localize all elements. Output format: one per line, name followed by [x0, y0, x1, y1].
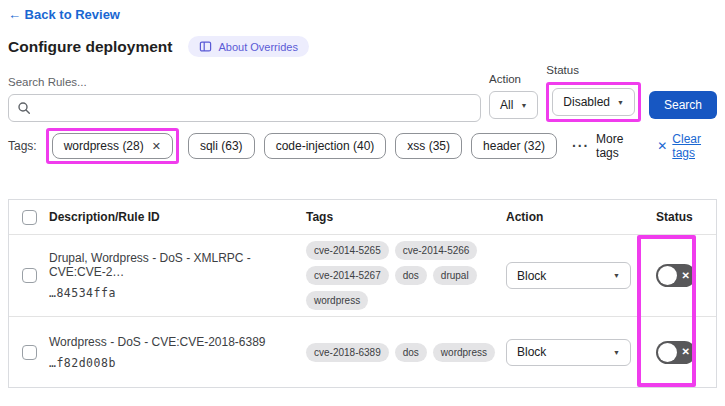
tag-pill: dos [395, 343, 427, 362]
select-all-checkbox[interactable] [22, 210, 37, 225]
about-overrides-label: About Overrides [218, 41, 297, 53]
table-header-row: Description/Rule ID Tags Action Status [9, 200, 716, 235]
book-icon [199, 40, 212, 53]
configure-deployment-page: ← Back to Review Configure deployment Ab… [0, 0, 725, 388]
action-dropdown-value: All [500, 98, 513, 112]
table-row: Wordpress - DoS - CVE:CVE-2018-6389 …f82… [9, 317, 716, 387]
tag-pill: cve-2014-5267 [306, 266, 389, 285]
status-filter: Status Disabled ▼ [546, 64, 641, 122]
row-checkbox[interactable] [22, 345, 37, 360]
action-label: Action [489, 73, 538, 85]
filters-row: Search Rules... Action All ▼ Status [8, 64, 717, 122]
rule-description: Drupal, Wordpress - DoS - XMLRPC - CVE:C… [49, 251, 292, 279]
table-row: Drupal, Wordpress - DoS - XMLRPC - CVE:C… [9, 235, 716, 317]
status-dropdown-value: Disabled [563, 95, 610, 109]
tag-pill: cve-2018-6389 [306, 343, 389, 362]
selected-tag-highlight: wordpress (28) ✕ [46, 128, 179, 164]
caret-down-icon: ▼ [613, 349, 620, 356]
back-to-review-link[interactable]: ← Back to Review [8, 7, 120, 22]
action-filter: Action All ▼ [489, 73, 538, 122]
tag-chip-header[interactable]: header (32) [471, 133, 557, 159]
more-tags-label: More tags [596, 132, 638, 160]
rule-description: Wordpress - DoS - CVE:CVE-2018-6389 [49, 335, 292, 349]
page-title: Configure deployment [8, 38, 172, 56]
tag-pill: cve-2014-5266 [395, 241, 478, 260]
toggle-off-icon: ✕ [682, 347, 690, 357]
ellipsis-icon: ··· [572, 138, 589, 154]
search-rules-field: Search Rules... [8, 76, 481, 122]
clear-tags-label: Clear tags [672, 132, 717, 160]
action-dropdown[interactable]: All ▼ [489, 91, 538, 119]
rules-table: Description/Rule ID Tags Action Status D… [8, 199, 717, 388]
about-overrides-badge[interactable]: About Overrides [188, 36, 308, 57]
search-button[interactable]: Search [649, 91, 717, 119]
tags-label: Tags: [8, 139, 37, 153]
toggle-knob [658, 266, 677, 285]
search-rules-input[interactable] [8, 94, 481, 122]
status-label: Status [546, 64, 641, 76]
row-checkbox[interactable] [22, 268, 37, 283]
toggle-knob [658, 343, 677, 362]
tag-pill: wordpress [306, 291, 368, 310]
tag-pill: cve-2014-5265 [306, 241, 389, 260]
status-toggle[interactable]: ✕ [656, 264, 696, 287]
tag-pill: wordpress [433, 343, 495, 362]
action-select[interactable]: Block ▼ [506, 262, 631, 289]
tag-chip-wordpress[interactable]: wordpress (28) ✕ [52, 133, 173, 159]
tag-pill: drupal [433, 266, 477, 285]
more-tags-button[interactable]: ··· More tags [572, 132, 638, 160]
action-select[interactable]: Block ▼ [506, 339, 631, 366]
column-header-tags: Tags [306, 210, 506, 224]
toggle-off-icon: ✕ [682, 271, 690, 281]
status-toggle[interactable]: ✕ [656, 341, 696, 364]
search-rules-label: Search Rules... [8, 76, 481, 88]
column-header-action: Action [506, 210, 638, 224]
caret-down-icon: ▼ [613, 272, 620, 279]
column-header-status: Status [638, 210, 716, 224]
rule-tags: cve-2014-5265 cve-2014-5266 cve-2014-526… [306, 241, 496, 310]
clear-tags-button[interactable]: ✕ Clear tags [657, 132, 717, 160]
status-dropdown[interactable]: Disabled ▼ [552, 88, 635, 116]
rule-tags: cve-2018-6389 dos wordpress [306, 343, 496, 362]
tag-chip-label: wordpress (28) [64, 139, 144, 153]
caret-down-icon: ▼ [617, 99, 624, 106]
tags-bar: Tags: wordpress (28) ✕ sqli (63) code-in… [8, 128, 717, 164]
tag-chip-code-injection[interactable]: code-injection (40) [264, 133, 387, 159]
tag-chip-sqli[interactable]: sqli (63) [188, 133, 255, 159]
caret-down-icon: ▼ [520, 102, 527, 109]
remove-tag-icon[interactable]: ✕ [152, 140, 161, 153]
status-filter-highlight: Disabled ▼ [546, 82, 641, 122]
title-row: Configure deployment About Overrides [8, 36, 717, 57]
close-icon: ✕ [657, 139, 667, 153]
rule-id: …f82d008b [49, 356, 292, 370]
search-icon [17, 101, 31, 119]
rule-id: …84534ffa [49, 286, 292, 300]
tag-pill: dos [395, 266, 427, 285]
action-select-value: Block [517, 269, 546, 283]
action-select-value: Block [517, 345, 546, 359]
tag-chip-xss[interactable]: xss (35) [395, 133, 462, 159]
column-header-description: Description/Rule ID [49, 210, 306, 224]
